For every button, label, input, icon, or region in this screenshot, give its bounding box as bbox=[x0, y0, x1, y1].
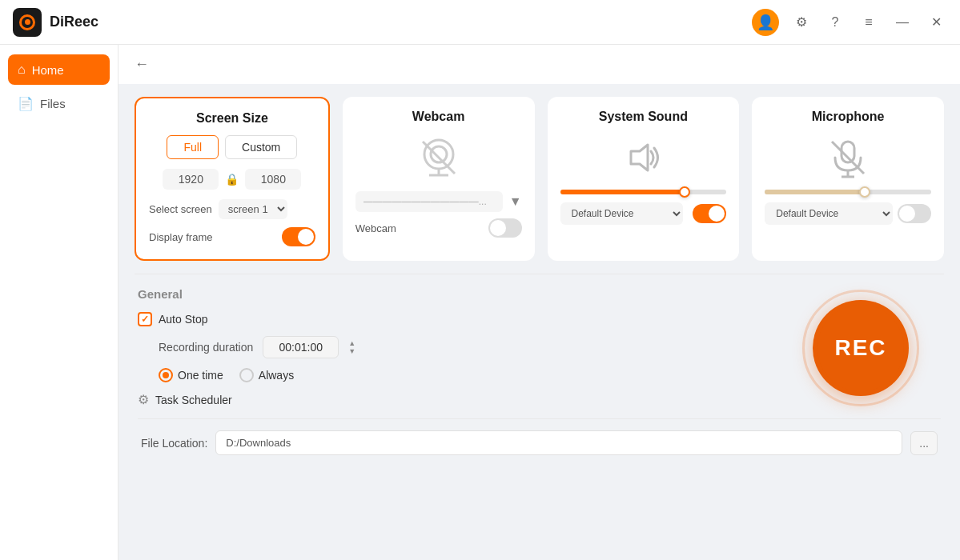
microphone-toggle[interactable] bbox=[898, 204, 931, 223]
auto-stop-checkbox[interactable]: ✓ bbox=[138, 312, 152, 326]
minimize-icon: — bbox=[896, 15, 909, 30]
webcam-icon bbox=[415, 134, 463, 182]
sound-icon-area bbox=[560, 134, 727, 182]
recording-duration-input[interactable] bbox=[263, 336, 339, 358]
webcam-toggle-thumb bbox=[490, 220, 506, 236]
toggle-thumb bbox=[298, 229, 314, 245]
webcam-toggle[interactable] bbox=[488, 218, 522, 238]
cards-area: Screen Size Full Custom 🔒 Select screen … bbox=[118, 84, 960, 274]
display-frame-toggle[interactable] bbox=[282, 227, 315, 246]
mic-icon bbox=[824, 134, 872, 182]
display-frame-row: Display frame bbox=[149, 227, 315, 246]
screen-size-card: Screen Size Full Custom 🔒 Select screen … bbox=[135, 97, 330, 261]
main-layout: ⌂ Home 📄 Files ← Screen Size Full Custom bbox=[0, 45, 960, 560]
microphone-toggle-thumb bbox=[899, 206, 915, 222]
home-icon: ⌂ bbox=[18, 62, 26, 77]
file-location-dots-button[interactable]: ... bbox=[910, 431, 938, 455]
spinner-up-icon[interactable]: ▲ bbox=[348, 340, 355, 347]
title-bar: DiReec 👤 ⚙ ? ≡ — ✕ bbox=[0, 0, 960, 45]
always-radio-outer bbox=[239, 368, 254, 382]
webcam-title: Webcam bbox=[355, 110, 522, 124]
system-sound-toggle[interactable] bbox=[693, 204, 726, 223]
title-bar-left: DiReec bbox=[13, 8, 98, 37]
rec-button[interactable]: REC bbox=[813, 300, 909, 396]
sidebar-item-files-label: Files bbox=[40, 97, 66, 110]
profile-icon: 👤 bbox=[757, 14, 774, 31]
system-sound-device-dropdown[interactable]: Default Device bbox=[560, 202, 684, 225]
file-location-row: File Location: ... bbox=[138, 430, 941, 455]
content-top: ← bbox=[118, 45, 960, 84]
task-scheduler-label[interactable]: Task Scheduler bbox=[155, 394, 232, 406]
settings-button[interactable]: ⚙ bbox=[790, 11, 813, 34]
back-button[interactable]: ← bbox=[135, 56, 149, 73]
help-icon: ? bbox=[832, 15, 839, 30]
display-frame-label: Display frame bbox=[149, 231, 212, 243]
always-label: Always bbox=[259, 369, 294, 382]
microphone-slider-thumb[interactable] bbox=[859, 186, 870, 198]
file-location-input[interactable] bbox=[215, 430, 902, 455]
minimize-button[interactable]: — bbox=[891, 11, 914, 34]
auto-stop-label: Auto Stop bbox=[159, 313, 208, 326]
system-sound-slider-row[interactable] bbox=[560, 190, 727, 194]
one-time-radio-outer bbox=[159, 368, 173, 382]
webcam-dropdown[interactable] bbox=[355, 191, 503, 212]
files-icon: 📄 bbox=[18, 96, 34, 111]
system-sound-device-row: Default Device bbox=[560, 202, 727, 225]
width-input[interactable] bbox=[163, 169, 219, 190]
select-screen-dropdown[interactable]: screen 1 bbox=[219, 199, 287, 219]
webcam-dropdown-arrow[interactable]: ▼ bbox=[509, 194, 522, 209]
svg-line-9 bbox=[832, 142, 864, 174]
duration-spinner[interactable]: ▲ ▼ bbox=[348, 340, 355, 355]
system-sound-slider-thumb[interactable] bbox=[679, 186, 690, 198]
checkbox-check-icon: ✓ bbox=[141, 314, 149, 325]
microphone-card: Microphone bbox=[752, 97, 944, 261]
select-screen-row: Select screen screen 1 bbox=[149, 199, 315, 219]
webcam-row: ▼ bbox=[355, 191, 522, 212]
close-button[interactable]: ✕ bbox=[925, 11, 947, 34]
file-location-label: File Location: bbox=[141, 437, 207, 450]
webcam-label: Webcam bbox=[355, 222, 396, 234]
app-logo-inner bbox=[19, 14, 35, 30]
screen-size-title: Screen Size bbox=[149, 111, 315, 126]
system-sound-slider-track[interactable] bbox=[560, 190, 727, 194]
task-scheduler-icon: ⚙ bbox=[138, 392, 149, 407]
svg-point-1 bbox=[431, 146, 447, 162]
content: ← Screen Size Full Custom 🔒 bbox=[118, 45, 960, 560]
microphone-device-row: Default Device bbox=[765, 202, 931, 225]
svg-marker-5 bbox=[631, 145, 648, 170]
custom-button[interactable]: Custom bbox=[225, 135, 297, 159]
recording-duration-label: Recording duration bbox=[159, 341, 253, 354]
webcam-card: Webcam ▼ bbox=[343, 97, 535, 261]
height-input[interactable] bbox=[245, 169, 301, 190]
general-title: General bbox=[138, 287, 941, 301]
full-button[interactable]: Full bbox=[167, 135, 219, 159]
help-button[interactable]: ? bbox=[824, 11, 846, 34]
sidebar-item-files[interactable]: 📄 Files bbox=[8, 88, 110, 119]
gear-icon: ⚙ bbox=[796, 14, 807, 30]
always-radio[interactable]: Always bbox=[239, 368, 294, 382]
rec-label: REC bbox=[834, 335, 886, 361]
one-time-radio-inner bbox=[163, 372, 169, 378]
system-sound-title: System Sound bbox=[560, 110, 727, 124]
inner-divider bbox=[138, 418, 941, 419]
system-sound-card: System Sound bbox=[548, 97, 740, 261]
webcam-icon-area bbox=[355, 134, 522, 182]
microphone-title: Microphone bbox=[765, 110, 931, 124]
system-sound-toggle-thumb bbox=[709, 206, 725, 222]
app-title: DiReec bbox=[50, 14, 98, 30]
select-screen-label: Select screen bbox=[149, 203, 212, 215]
one-time-radio[interactable]: One time bbox=[159, 368, 223, 382]
sidebar-item-home[interactable]: ⌂ Home bbox=[8, 54, 110, 85]
microphone-device-dropdown[interactable]: Default Device bbox=[765, 202, 893, 225]
profile-button[interactable]: 👤 bbox=[752, 9, 779, 36]
microphone-slider-row[interactable] bbox=[765, 190, 931, 194]
sidebar-item-home-label: Home bbox=[32, 63, 64, 77]
close-icon: ✕ bbox=[931, 14, 942, 30]
app-logo bbox=[13, 8, 42, 37]
spinner-down-icon[interactable]: ▼ bbox=[348, 348, 355, 355]
menu-button[interactable]: ≡ bbox=[858, 11, 880, 34]
speaker-icon bbox=[619, 134, 667, 182]
size-btn-group: Full Custom bbox=[149, 135, 315, 159]
menu-icon: ≡ bbox=[865, 15, 872, 30]
microphone-slider-track[interactable] bbox=[765, 190, 931, 194]
